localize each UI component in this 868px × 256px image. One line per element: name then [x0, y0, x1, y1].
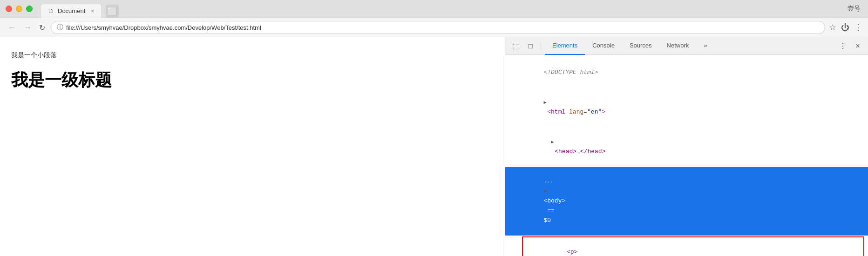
html-open-line[interactable]: <html lang="en"> — [505, 88, 868, 127]
dollar-zero: $0 — [543, 217, 551, 224]
address-bar[interactable]: ⓘ file:///Users/smyhvae/Dropbox/smyhvae.… — [51, 21, 825, 34]
devtools-menu-icon: ⋮ — [839, 41, 847, 50]
reload-icon: ↻ — [39, 24, 45, 32]
nav-right-icons: ☆ ⏻ ⋮ — [829, 22, 862, 33]
maximize-button[interactable] — [26, 6, 33, 12]
back-icon: ← — [7, 23, 16, 32]
minimize-button[interactable] — [16, 6, 22, 12]
highlighted-block: <p> 我是一个小段落 </p> — [522, 236, 864, 256]
bookmark-icon[interactable]: ☆ — [829, 22, 836, 33]
titlebar: 🗋 Document × ⬜ 壹号 — [0, 0, 868, 18]
elements-panel: <!DOCTYPE html> <html lang="en"> <head>…… — [505, 55, 868, 256]
inspect-icon: ⬚ — [512, 42, 519, 50]
head-close-tag: </head> — [580, 148, 606, 155]
main-area: 我是一个小段落 我是一级标题 ⬚ □ Elements Console Sour… — [0, 37, 868, 256]
body-expand-icon — [543, 188, 550, 195]
info-icon: ⓘ — [57, 23, 63, 32]
reload-button[interactable]: ↻ — [37, 21, 47, 34]
page-heading: 我是一级标题 — [11, 69, 494, 92]
devtools-tabs: Elements Console Sources Network » — [545, 37, 715, 55]
devtools-toolbar: ⬚ □ Elements Console Sources Network — [505, 37, 868, 55]
new-tab-button[interactable]: ⬜ — [106, 5, 119, 18]
forward-icon: → — [23, 23, 32, 32]
expand-icon — [543, 99, 546, 106]
back-button[interactable]: ← — [6, 21, 18, 34]
traffic-lights — [6, 6, 33, 12]
more-tabs-icon: » — [704, 42, 707, 49]
devtools-right-controls: ⋮ × — [836, 40, 864, 53]
equals: = — [583, 108, 587, 115]
tab-bar: 🗋 Document × ⬜ — [40, 0, 119, 18]
active-tab[interactable]: 🗋 Document × — [40, 4, 102, 18]
document-icon: 🗋 — [48, 7, 54, 14]
p-open-tag: <p> — [567, 249, 577, 256]
navbar: ← → ↻ ⓘ file:///Users/smyhvae/Dropbox/sm… — [0, 18, 868, 37]
tab-sources[interactable]: Sources — [622, 37, 659, 55]
device-toolbar-button[interactable]: □ — [524, 40, 537, 53]
address-text: file:///Users/smyhvae/Dropbox/smyhvae.co… — [66, 24, 819, 31]
toolbar-separator — [541, 41, 541, 51]
devtools-menu-button[interactable]: ⋮ — [836, 40, 849, 53]
body-line[interactable]: ··· <body> == $0 — [505, 167, 868, 236]
app-name: 壹号 — [848, 5, 861, 13]
p-open-line[interactable]: <p> — [523, 237, 863, 256]
tab-more[interactable]: » — [696, 37, 714, 55]
lang-attr: lang — [569, 108, 583, 115]
tab-network[interactable]: Network — [659, 37, 697, 55]
page-paragraph: 我是一个小段落 — [11, 51, 494, 60]
html-close: > — [602, 108, 605, 115]
tab-elements[interactable]: Elements — [545, 37, 585, 55]
doctype-line[interactable]: <!DOCTYPE html> — [505, 58, 868, 88]
head-line[interactable]: <head>…</head> — [505, 128, 868, 167]
head-expand-icon — [551, 138, 554, 145]
new-tab-icon: ⬜ — [108, 7, 117, 16]
lang-value: "en" — [587, 108, 602, 115]
device-icon: □ — [528, 42, 532, 50]
page-content: 我是一个小段落 我是一级标题 — [0, 37, 505, 256]
forward-button[interactable]: → — [21, 21, 34, 34]
equals-sign: == — [543, 207, 558, 214]
menu-icon[interactable]: ⋮ — [854, 22, 862, 33]
body-tag: <body> — [543, 197, 565, 204]
devtools-panel: ⬚ □ Elements Console Sources Network — [505, 37, 868, 256]
inspect-element-button[interactable]: ⬚ — [509, 40, 522, 53]
head-tag: <head> — [551, 148, 576, 155]
doctype-text: <!DOCTYPE html> — [543, 69, 598, 76]
devtools-close-icon: × — [855, 42, 860, 50]
tab-close-button[interactable]: × — [91, 8, 94, 14]
power-icon[interactable]: ⏻ — [841, 23, 849, 33]
devtools-close-button[interactable]: × — [851, 40, 864, 53]
dots-indicator: ··· — [543, 179, 553, 185]
tab-console[interactable]: Console — [585, 37, 622, 55]
head-collapsed: … — [576, 148, 580, 155]
close-button[interactable] — [6, 6, 12, 12]
html-tag: <html — [543, 108, 569, 115]
tab-title: Document — [58, 7, 85, 14]
